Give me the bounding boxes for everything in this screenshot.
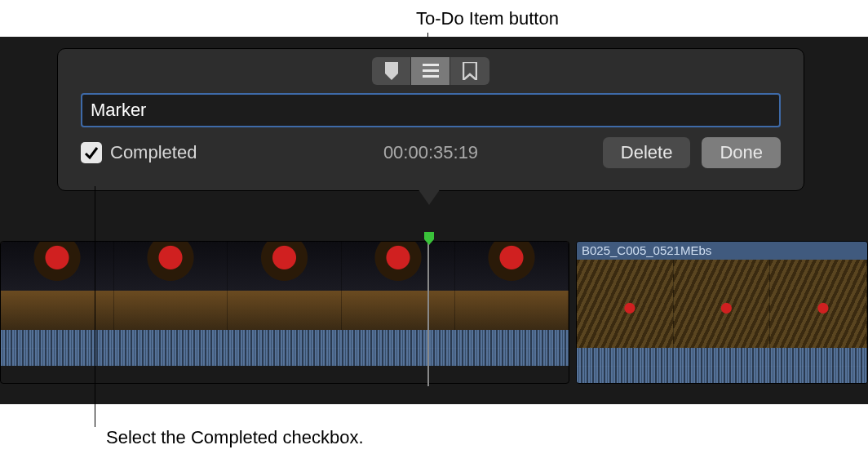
completed-marker-icon[interactable]	[423, 232, 436, 245]
clip-waveform	[1, 330, 569, 366]
annotation-completed-checkbox: Select the Completed checkbox.	[106, 427, 364, 448]
svg-rect-1	[423, 69, 439, 72]
timeline-clip[interactable]: B025_C005_0521MEbs	[576, 241, 868, 384]
popover-buttons: Delete Done	[603, 137, 781, 168]
thumbnail-frame	[114, 242, 228, 330]
annotation-todo-button: To-Do Item button	[416, 8, 559, 29]
delete-button[interactable]: Delete	[603, 137, 691, 168]
marker-popover: Completed 00:00:35:19 Delete Done	[57, 48, 804, 191]
timeline-clip[interactable]	[0, 241, 569, 384]
playhead-line[interactable]	[427, 241, 429, 386]
clip-label: B025_C005_0521MEbs	[577, 242, 867, 260]
thumbnail-frame	[770, 260, 867, 348]
thumbnail-frame	[342, 242, 455, 330]
clip-waveform	[577, 348, 867, 384]
popover-pointer	[418, 189, 441, 205]
completed-checkbox-wrap[interactable]: Completed	[81, 142, 197, 163]
thumbnail-frame	[577, 260, 674, 348]
marker-name-row	[58, 85, 804, 127]
marker-type-segmented	[372, 57, 489, 85]
thumbnail-frame	[455, 242, 569, 330]
done-button[interactable]: Done	[702, 137, 781, 168]
todo-marker-button[interactable]	[411, 57, 450, 85]
app-dark-region: Completed 00:00:35:19 Delete Done	[0, 37, 868, 404]
timeline[interactable]: B025_C005_0521MEbs	[0, 241, 868, 388]
marker-timecode: 00:00:35:19	[383, 142, 478, 163]
annotation-line-bottom	[95, 186, 95, 427]
chapter-marker-button[interactable]	[450, 57, 489, 85]
marker-type-segmented-row	[58, 49, 804, 85]
bookmark-icon	[463, 62, 477, 80]
popover-bottom-row: Completed 00:00:35:19 Delete Done	[58, 127, 804, 168]
todo-list-icon	[423, 64, 439, 78]
thumbnail-frame	[674, 260, 771, 348]
completed-checkbox[interactable]	[81, 142, 102, 163]
checkmark-icon	[83, 145, 100, 161]
svg-rect-0	[423, 64, 439, 66]
svg-rect-2	[423, 75, 439, 78]
marker-name-input[interactable]	[81, 93, 781, 127]
marker-tag-icon	[383, 62, 400, 80]
thumbnail-frame	[228, 242, 341, 330]
clip-thumbnails	[577, 260, 867, 348]
thumbnail-frame	[1, 242, 114, 330]
clip-thumbnails	[1, 242, 569, 330]
completed-label: Completed	[110, 142, 197, 163]
standard-marker-button[interactable]	[372, 57, 411, 85]
